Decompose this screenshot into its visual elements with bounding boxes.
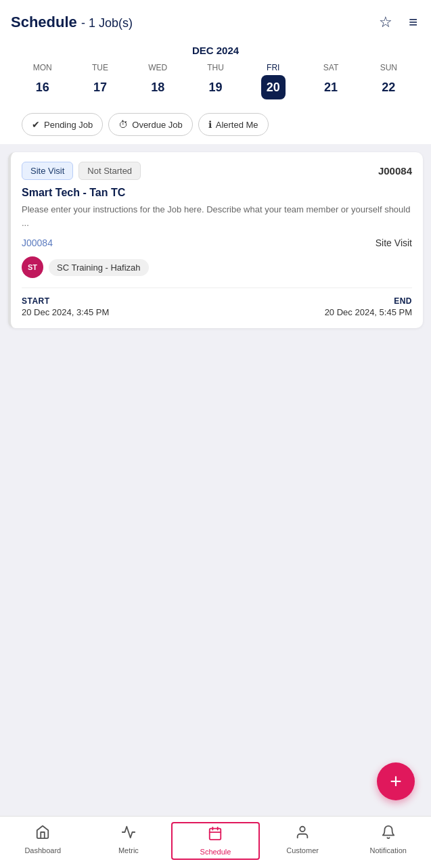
site-visit-tag: Site Visit [22,162,73,180]
job-count: - 1 Job(s) [81,16,133,30]
end-date: 20 Dec 2024, 5:45 PM [325,307,412,317]
bottom-nav: Dashboard Metric Schedule Customer [0,816,431,868]
cal-day-tue[interactable]: TUE 17 [71,63,129,105]
avatar: ST [22,256,43,278]
metric-icon [121,825,136,844]
job-id-top: J00084 [378,165,412,177]
main-content: Site Visit Not Started J00084 Smart Tech… [0,144,431,618]
end-time-block: END 20 Dec 2024, 5:45 PM [325,296,412,317]
end-label: END [325,296,412,306]
filter-button[interactable]: ≡ [406,11,420,34]
overdue-job-filter[interactable]: ⏱ Overdue Job [108,113,192,136]
customer-icon [295,825,310,844]
schedule-icon [208,826,223,845]
calendar-row: MON 16 TUE 17 WED 18 THU 19 FRI 20 SAT 2… [11,63,420,105]
job-tags: Site Visit Not Started [22,162,141,180]
add-button[interactable]: + [377,762,415,800]
job-title: Smart Tech - Tan TC [22,187,412,199]
svg-rect-0 [210,829,221,840]
assignee-name: SC Training - Hafizah [49,259,149,276]
page-title: Schedule - 1 Job(s) [11,14,133,31]
schedule-label: Schedule [200,848,231,856]
svg-point-4 [300,827,304,831]
start-date: 20 Dec 2024, 3:45 PM [22,307,109,317]
cal-day-sun[interactable]: SUN 22 [360,63,417,105]
cal-day-fri[interactable]: FRI 20 [244,63,302,105]
notification-label: Notification [369,846,406,854]
job-card-top: Site Visit Not Started J00084 [22,162,412,180]
nav-metric[interactable]: Metric [86,822,172,860]
star-button[interactable]: ☆ [376,11,395,34]
job-id-bottom: J00084 [22,237,53,248]
month-label: DEC 2024 [11,39,420,63]
alerted-me-filter[interactable]: ℹ Alerted Me [198,113,269,136]
nav-dashboard[interactable]: Dashboard [0,822,86,860]
divider [22,288,412,288]
start-time-block: START 20 Dec 2024, 3:45 PM [22,296,109,317]
customer-label: Customer [286,846,319,854]
clock-icon: ⏱ [118,119,128,130]
nav-notification[interactable]: Notification [345,822,431,860]
header-top: Schedule - 1 Job(s) ☆ ≡ [11,11,420,34]
job-card[interactable]: Site Visit Not Started J00084 Smart Tech… [8,152,423,328]
job-type-bottom: Site Visit [376,237,412,248]
dashboard-label: Dashboard [24,846,61,854]
cal-day-wed[interactable]: WED 18 [129,63,187,105]
cal-day-mon[interactable]: MON 16 [14,63,71,105]
job-meta: J00084 Site Visit [22,237,412,248]
check-icon: ✔ [32,119,40,130]
header: Schedule - 1 Job(s) ☆ ≡ DEC 2024 MON 16 … [0,0,431,144]
info-icon: ℹ [208,119,212,130]
start-label: START [22,296,109,306]
nav-schedule[interactable]: Schedule [171,822,260,860]
cal-day-sat[interactable]: SAT 21 [302,63,359,105]
not-started-tag: Not Started [78,162,141,180]
cal-day-thu[interactable]: THU 19 [187,63,244,105]
filter-row: ✔ Pending Job ⏱ Overdue Job ℹ Alerted Me [11,105,420,144]
metric-label: Metric [118,846,139,854]
job-time-row: START 20 Dec 2024, 3:45 PM END 20 Dec 20… [22,296,412,317]
job-description: Please enter your instructions for the J… [22,203,412,229]
job-assignee: ST SC Training - Hafizah [22,256,412,278]
header-icons: ☆ ≡ [376,11,420,34]
pending-job-filter[interactable]: ✔ Pending Job [22,113,103,136]
dashboard-icon [35,825,50,844]
notification-icon [381,825,396,844]
nav-customer[interactable]: Customer [260,822,346,860]
